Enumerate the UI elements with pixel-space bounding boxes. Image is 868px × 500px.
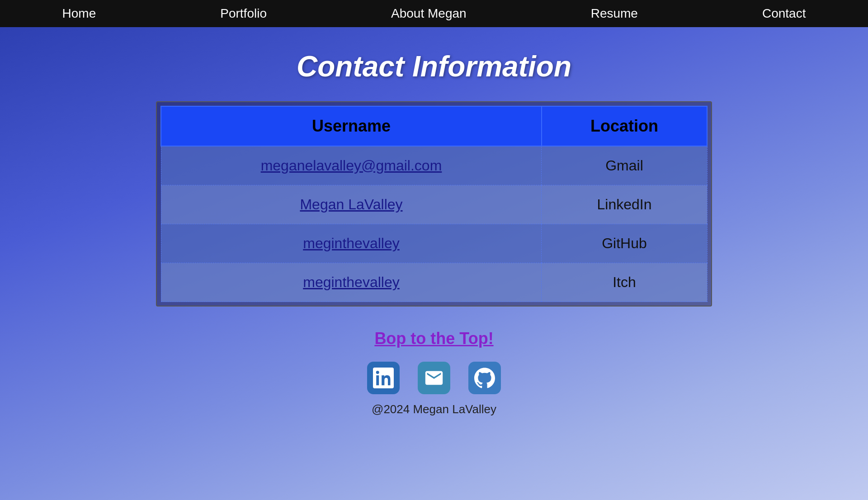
main-nav: HomePortfolioAbout MeganResumeContact [0,0,868,27]
linkedin-icon-button[interactable] [367,362,400,394]
table-row: meginthevalleyItch [161,263,707,302]
location-cell: LinkedIn [542,185,707,224]
footer-copyright: @2024 Megan LaValley [372,402,496,416]
table-row: Megan LaValleyLinkedIn [161,185,707,224]
email-icon-button[interactable] [418,362,450,394]
username-cell: meginthevalley [161,263,542,302]
table-row: meganelavalley@gmail.comGmail [161,146,707,185]
username-link[interactable]: meginthevalley [303,274,399,290]
nav-item-home[interactable]: Home [62,6,96,21]
col-location: Location [542,106,707,146]
nav-item-contact[interactable]: Contact [762,6,806,21]
contact-table: Username Location meganelavalley@gmail.c… [160,106,708,302]
nav-item-portfolio[interactable]: Portfolio [220,6,267,21]
location-cell: Gmail [542,146,707,185]
table-row: meginthevalleyGitHub [161,224,707,263]
username-link[interactable]: meganelavalley@gmail.com [261,157,442,174]
username-link[interactable]: meginthevalley [303,235,399,251]
username-cell: meganelavalley@gmail.com [161,146,542,185]
col-username: Username [161,106,542,146]
username-cell: Megan LaValley [161,185,542,224]
nav-item-resume[interactable]: Resume [591,6,638,21]
location-cell: GitHub [542,224,707,263]
location-cell: Itch [542,263,707,302]
page-title: Contact Information [297,50,571,83]
username-cell: meginthevalley [161,224,542,263]
contact-table-wrapper: Username Location meganelavalley@gmail.c… [156,101,712,307]
bop-to-top-link[interactable]: Bop to the Top! [374,329,493,348]
username-link[interactable]: Megan LaValley [300,196,402,212]
nav-item-about-megan[interactable]: About Megan [391,6,467,21]
github-icon-button[interactable] [468,362,501,394]
footer-icons [367,362,501,394]
